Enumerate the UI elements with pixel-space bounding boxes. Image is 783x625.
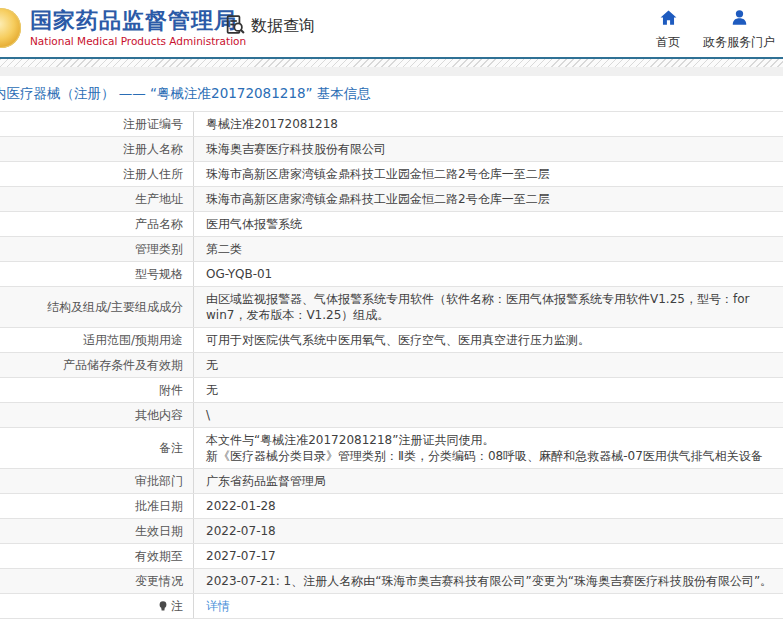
row-label: 附件: [0, 378, 193, 402]
nav-home[interactable]: 首页: [645, 8, 691, 51]
row-label: 审批部门: [0, 469, 193, 493]
row-label: 结构及组成/主要组成成分: [0, 287, 193, 327]
row-value: 2027-07-17: [193, 544, 783, 568]
row-value: 粤械注准20172081218: [193, 112, 783, 136]
table-row-model-spec: 型号规格 OG-YQB-01: [0, 262, 783, 287]
row-label: 生产地址: [0, 187, 193, 211]
note-label: 注: [171, 598, 183, 614]
row-label: 注册证编号: [0, 112, 193, 136]
hatched-band: [0, 59, 783, 67]
table-row-approval-department: 审批部门 广东省药品监督管理局: [0, 469, 783, 494]
row-label: 注: [0, 594, 193, 618]
row-label: 其他内容: [0, 403, 193, 427]
row-label: 备注: [0, 428, 193, 468]
row-value: 可用于对医院供气系统中医用氧气、医疗空气、医用真空进行压力监测。: [193, 328, 783, 352]
site-header: 国家药品监督管理局 National Medical Products Admi…: [0, 0, 783, 57]
row-label: 型号规格: [0, 262, 193, 286]
row-value: 广东省药品监督管理局: [193, 469, 783, 493]
row-label: 变更情况: [0, 569, 193, 593]
nav-home-label: 首页: [656, 34, 680, 51]
nav-gov-portal[interactable]: 政务服务门户: [700, 8, 778, 51]
table-row-change-history: 变更情况 2023-07-21: 1、注册人名称由“珠海市奥吉赛科技有限公司”变…: [0, 569, 783, 594]
row-value: \: [193, 403, 783, 427]
table-row-approval-date: 批准日期 2022-01-28: [0, 494, 783, 519]
row-value: OG-YQB-01: [193, 262, 783, 286]
table-row-note: 注 详情: [0, 594, 783, 619]
data-query-nav[interactable]: 数据查询: [225, 14, 315, 39]
data-query-label: 数据查询: [251, 16, 315, 37]
registration-detail-table: 注册证编号 粤械注准20172081218 注册人名称 珠海奥吉赛医疗科技股份有…: [0, 111, 783, 619]
gray-band: [0, 67, 783, 76]
row-label: 注册人名称: [0, 137, 193, 161]
document-search-icon: [225, 14, 246, 39]
table-row-registrant-address: 注册人住所 珠海市高新区唐家湾镇金鼎科技工业园金恒二路2号仓库一至二层: [0, 162, 783, 187]
row-label: 生效日期: [0, 519, 193, 543]
row-value: 2022-01-28: [193, 494, 783, 518]
row-label: 产品名称: [0, 212, 193, 236]
table-row-valid-until: 有效期至 2027-07-17: [0, 544, 783, 569]
table-row-product-name: 产品名称 医用气体报警系统: [0, 212, 783, 237]
bulb-icon: [157, 600, 169, 612]
row-value: 珠海市高新区唐家湾镇金鼎科技工业园金恒二路2号仓库一至二层: [193, 187, 783, 211]
org-title: 国家药品监督管理局: [30, 8, 246, 34]
nmpa-logo-icon: [0, 8, 21, 48]
row-label: 注册人住所: [0, 162, 193, 186]
row-value: 珠海奥吉赛医疗科技股份有限公司: [193, 137, 783, 161]
user-icon: [730, 8, 749, 31]
row-value: 2022-07-18: [193, 519, 783, 543]
org-identity: 国家药品监督管理局 National Medical Products Admi…: [30, 8, 246, 48]
table-row-intended-use: 适用范围/预期用途 可用于对医院供气系统中医用氧气、医疗空气、医用真空进行压力监…: [0, 328, 783, 353]
row-value: 详情: [193, 594, 783, 618]
table-row-remarks: 备注 本文件与“粤械注准20172081218”注册证共同使用。 新《医疗器械分…: [0, 428, 783, 469]
nav-gov-portal-label: 政务服务门户: [703, 34, 775, 51]
table-row-registrant-name: 注册人名称 珠海奥吉赛医疗科技股份有限公司: [0, 137, 783, 162]
table-row-cert-no: 注册证编号 粤械注准20172081218: [0, 112, 783, 137]
breadcrumb: 内医疗器械（注册） —— “粤械注准20172081218” 基本信息: [0, 85, 783, 103]
breadcrumb-bar: 内医疗器械（注册） —— “粤械注准20172081218” 基本信息: [0, 76, 783, 111]
table-row-storage-validity: 产品储存条件及有效期 无: [0, 353, 783, 378]
row-label: 管理类别: [0, 237, 193, 261]
row-label: 适用范围/预期用途: [0, 328, 193, 352]
row-label: 产品储存条件及有效期: [0, 353, 193, 377]
row-value: 2023-07-21: 1、注册人名称由“珠海市奥吉赛科技有限公司”变更为“珠海…: [193, 569, 783, 593]
row-label: 批准日期: [0, 494, 193, 518]
row-value: 医用气体报警系统: [193, 212, 783, 236]
table-row-other-content: 其他内容 \: [0, 403, 783, 428]
table-row-management-category: 管理类别 第二类: [0, 237, 783, 262]
table-row-effective-date: 生效日期 2022-07-18: [0, 519, 783, 544]
detail-link[interactable]: 详情: [206, 598, 230, 614]
row-value: 无: [193, 353, 783, 377]
org-subtitle: National Medical Products Administration: [30, 34, 246, 48]
row-value: 珠海市高新区唐家湾镇金鼎科技工业园金恒二路2号仓库一至二层: [193, 162, 783, 186]
table-row-structure-composition: 结构及组成/主要组成成分 由区域监视报警器、气体报警系统专用软件（软件名称：医用…: [0, 287, 783, 328]
home-icon: [659, 8, 678, 31]
row-value: 本文件与“粤械注准20172081218”注册证共同使用。 新《医疗器械分类目录…: [193, 428, 783, 468]
table-row-attachment: 附件 无: [0, 378, 783, 403]
table-row-production-address: 生产地址 珠海市高新区唐家湾镇金鼎科技工业园金恒二路2号仓库一至二层: [0, 187, 783, 212]
row-value: 无: [193, 378, 783, 402]
row-label: 有效期至: [0, 544, 193, 568]
row-value: 由区域监视报警器、气体报警系统专用软件（软件名称：医用气体报警系统专用软件V1.…: [193, 287, 783, 327]
row-value: 第二类: [193, 237, 783, 261]
